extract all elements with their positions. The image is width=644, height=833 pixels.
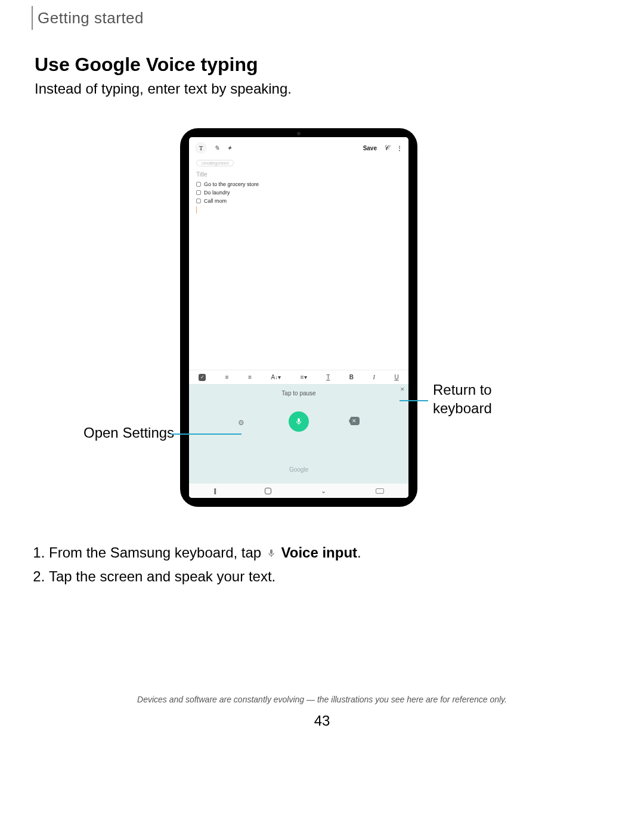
tablet-frame: T ✎ ✦ Save 𝒞 ⋮ Uncategorized Title Go to… xyxy=(180,128,417,507)
back-button[interactable]: ⌄ xyxy=(321,487,326,495)
font-options-icon[interactable]: A↓▾ xyxy=(271,374,281,380)
mic-icon xyxy=(295,417,303,426)
settings-icon[interactable]: ⚙ xyxy=(238,419,244,427)
more-icon[interactable]: ⋮ xyxy=(397,145,402,151)
pen-mode-icon[interactable]: ✎ xyxy=(214,144,219,152)
callout-line: Return to xyxy=(433,382,492,398)
checklist-label: Do laundry xyxy=(204,190,230,196)
checkbox-icon[interactable] xyxy=(196,199,201,203)
callout-open-settings: Open Settings xyxy=(83,423,174,442)
step-text: . xyxy=(357,544,361,561)
intro-text: Instead of typing, enter text by speakin… xyxy=(35,80,292,97)
callout-return-keyboard: Return to keyboard xyxy=(433,380,492,417)
callout-line: keyboard xyxy=(433,400,492,416)
brush-mode-icon[interactable]: ✦ xyxy=(227,144,232,152)
align-icon[interactable]: ≡▾ xyxy=(301,374,307,380)
system-navbar: ||| ⌄ xyxy=(189,484,408,498)
keyboard-toggle-icon[interactable] xyxy=(376,488,384,494)
step-text: From the Samsung keyboard, tap xyxy=(49,544,265,561)
checklist: Go to the grocery store Do laundry Call … xyxy=(196,180,401,205)
checkbox-icon[interactable] xyxy=(196,190,201,195)
step-item: From the Samsung keyboard, tap Voice inp… xyxy=(49,541,361,564)
checklist-item[interactable]: Go to the grocery store xyxy=(196,180,401,188)
text-cursor xyxy=(196,206,197,213)
recents-button[interactable]: ||| xyxy=(213,487,215,494)
category-tag[interactable]: Uncategorized xyxy=(196,160,234,166)
bullets-icon[interactable]: ≡ xyxy=(225,374,229,380)
leader-line xyxy=(171,433,242,435)
underline-icon[interactable]: U xyxy=(394,374,398,380)
footnote: Devices and software are constantly evol… xyxy=(0,695,644,704)
bold-icon[interactable]: B xyxy=(349,374,354,380)
text-mode-icon[interactable]: T xyxy=(195,142,207,154)
page-title: Use Google Voice typing xyxy=(35,54,258,76)
numbers-icon[interactable]: ≡ xyxy=(248,374,252,380)
google-brand: Google xyxy=(189,466,408,473)
step-bold: Voice input xyxy=(281,544,358,561)
format-toolbar: ✓ ≡ ≡ A↓▾ ≡▾ T B I U xyxy=(189,370,408,384)
note-topbar: T ✎ ✦ Save 𝒞 ⋮ xyxy=(189,137,408,157)
header-rule xyxy=(32,6,33,30)
section-header: Getting started xyxy=(38,9,144,27)
mic-button[interactable] xyxy=(289,411,309,432)
leader-line xyxy=(400,400,428,401)
voice-hint[interactable]: Tap to pause xyxy=(189,390,408,397)
text-color-icon[interactable]: T xyxy=(326,374,330,380)
mic-icon xyxy=(265,547,277,560)
italic-icon[interactable]: I xyxy=(373,374,375,380)
step-item: Tap the screen and speak your text. xyxy=(49,565,361,588)
save-button[interactable]: Save xyxy=(363,145,377,151)
attach-icon[interactable]: 𝒞 xyxy=(384,144,389,152)
checklist-label: Call mom xyxy=(204,198,227,204)
checklist-label: Go to the grocery store xyxy=(204,181,259,187)
checklist-toggle-icon[interactable]: ✓ xyxy=(199,374,206,381)
checklist-item[interactable]: Call mom xyxy=(196,197,401,205)
checkbox-icon[interactable] xyxy=(196,182,201,187)
instruction-steps: From the Samsung keyboard, tap Voice inp… xyxy=(49,541,361,590)
tablet-camera xyxy=(297,132,301,135)
backspace-icon[interactable]: ✕ xyxy=(349,417,360,425)
home-button[interactable] xyxy=(265,488,271,494)
page-number: 43 xyxy=(0,713,644,729)
checklist-item[interactable]: Do laundry xyxy=(196,188,401,197)
tablet-screen: T ✎ ✦ Save 𝒞 ⋮ Uncategorized Title Go to… xyxy=(189,137,408,498)
note-title-field[interactable]: Title xyxy=(196,171,401,178)
